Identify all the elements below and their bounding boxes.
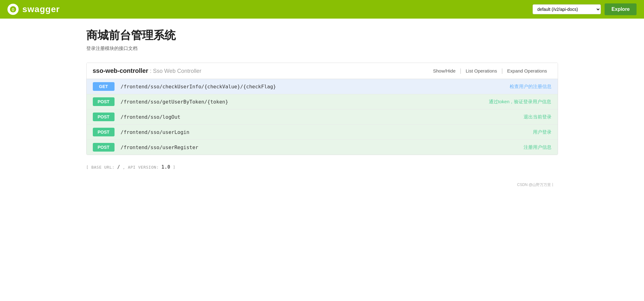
api-row[interactable]: POST/frontend/sso/getUserByToken/{token}… [87,94,558,109]
api-version-label: API VERSION [128,165,156,170]
app-description: 登录注册模块的接口文档 [86,46,558,51]
controller-actions: Show/Hide | List Operations | Expand Ope… [429,68,551,74]
header-left: {} swagger [7,4,60,15]
controller-header: sso-web-controller : Sso Web Controller … [87,63,558,79]
show-hide-link[interactable]: Show/Hide [429,68,460,73]
api-path: /frontend/sso/getUserByToken/{token} [121,99,489,105]
expand-operations-link[interactable]: Expand Operations [503,68,551,73]
controller-subtitle: : Sso Web Controller [150,68,201,74]
explore-button[interactable]: Explore [605,3,637,15]
method-badge-post-3: POST [93,128,115,136]
api-row[interactable]: POST/frontend/sso/userRegister注册用户信息 [87,140,558,155]
base-url-value: / [117,164,120,170]
list-operations-link[interactable]: List Operations [462,68,502,73]
api-description: 注册用户信息 [524,144,552,150]
main-content: 商城前台管理系统 登录注册模块的接口文档 sso-web-controller … [74,19,570,206]
endpoints-list: GET/frontend/sso/checkUserInfo/{checkVal… [87,79,558,155]
header-right: default (/v2/api-docs) Explore [533,3,637,15]
api-path: /frontend/sso/userLogin [121,129,533,135]
api-description: 检查用户的注册信息 [510,84,552,90]
api-url-select[interactable]: default (/v2/api-docs) [533,4,601,14]
app-title: 商城前台管理系统 [86,28,558,43]
api-path: /frontend/sso/logOut [121,114,524,120]
method-badge-post-1: POST [93,97,115,106]
app-title-header: swagger [22,4,60,14]
method-badge-post-2: POST [93,113,115,121]
api-description: 退出当前登录 [524,114,552,120]
method-badge-post-4: POST [93,143,115,152]
api-version-value: 1.0 [161,164,170,170]
app-header: {} swagger default (/v2/api-docs) Explor… [0,0,644,19]
api-path: /frontend/sso/userRegister [121,144,524,150]
api-row[interactable]: GET/frontend/sso/checkUserInfo/{checkVal… [87,79,558,94]
swagger-logo: {} [7,4,19,15]
footer-info: [ BASE URL: / , API VERSION: 1.0 ] [86,164,558,170]
api-row[interactable]: POST/frontend/sso/userLogin用户登录 [87,125,558,140]
method-badge-get-0: GET [93,82,115,91]
svg-text:{}: {} [12,7,15,11]
api-description: 通过token，验证登录用户信息 [489,99,552,105]
app-info: 商城前台管理系统 登录注册模块的接口文档 [86,28,558,51]
api-path: /frontend/sso/checkUserInfo/{checkValue}… [121,84,510,90]
controller-name: sso-web-controller [93,67,148,74]
watermark: CSDN @山野万万里丨 [86,182,558,188]
controller-section: sso-web-controller : Sso Web Controller … [86,63,558,155]
controller-title: sso-web-controller : Sso Web Controller [93,67,201,74]
api-row[interactable]: POST/frontend/sso/logOut退出当前登录 [87,109,558,125]
api-description: 用户登录 [533,129,552,135]
base-url-label: BASE URL [91,165,112,170]
